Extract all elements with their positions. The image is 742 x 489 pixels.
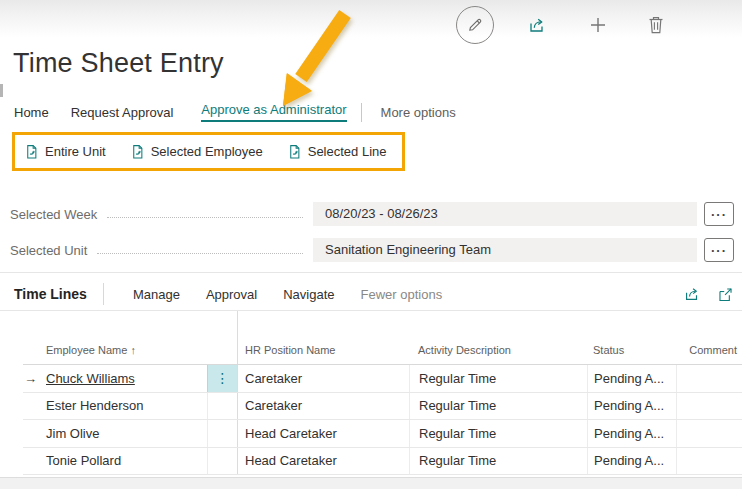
selected-week-label: Selected Week bbox=[10, 207, 97, 222]
status-cell[interactable]: Pending A... bbox=[587, 393, 676, 420]
row-menu-cell bbox=[207, 448, 237, 475]
bottom-scrollbar-track bbox=[0, 477, 742, 489]
column-header-employee-name[interactable]: Employee Name ↑ bbox=[40, 344, 237, 356]
selected-week-input[interactable]: 08/20/23 - 08/26/23 bbox=[313, 202, 697, 226]
section-divider bbox=[0, 310, 742, 311]
tab-more-options[interactable]: More options bbox=[381, 105, 456, 120]
activity-cell[interactable]: Regular Time bbox=[409, 420, 587, 447]
share-list-icon[interactable] bbox=[683, 285, 701, 303]
employee-name-link[interactable]: Chuck Williams bbox=[46, 371, 135, 386]
document-approve-icon bbox=[130, 144, 145, 160]
selected-unit-input[interactable]: Sanitation Engineering Team bbox=[313, 238, 697, 262]
status-cell[interactable]: Pending A... bbox=[587, 448, 676, 475]
selected-week-field-row: Selected Week 08/20/23 - 08/26/23 ··· bbox=[10, 202, 737, 226]
employee-name-cell[interactable]: Jim Olive bbox=[40, 420, 207, 447]
approve-selected-employee-label: Selected Employee bbox=[151, 144, 263, 159]
status-cell[interactable]: Pending A... bbox=[587, 365, 676, 392]
edit-button[interactable] bbox=[456, 6, 494, 44]
row-selector-cell bbox=[23, 420, 40, 447]
sort-ascending-icon: ↑ bbox=[130, 344, 136, 356]
menu-manage[interactable]: Manage bbox=[133, 287, 180, 302]
screen-edge-artifact bbox=[0, 84, 3, 97]
approve-actions-highlight-box: Entire Unit Selected Employee Selected L… bbox=[12, 132, 405, 171]
approve-selected-line-button[interactable]: Selected Line bbox=[287, 144, 387, 160]
tab-approve-as-administrator[interactable]: Approve as Administrator bbox=[201, 102, 346, 122]
section-divider bbox=[0, 272, 742, 273]
row-menu-cell bbox=[207, 420, 237, 447]
approve-selected-line-label: Selected Line bbox=[308, 144, 387, 159]
plus-icon bbox=[588, 15, 608, 35]
pencil-icon bbox=[465, 15, 485, 35]
share-icon bbox=[527, 15, 547, 35]
tab-divider bbox=[361, 103, 362, 122]
approve-entire-unit-button[interactable]: Entire Unit bbox=[24, 144, 106, 160]
activity-cell[interactable]: Regular Time bbox=[409, 365, 587, 392]
row-context-menu-button[interactable]: ⋮ bbox=[207, 365, 237, 392]
row-menu-cell bbox=[207, 393, 237, 420]
menu-fewer-options[interactable]: Fewer options bbox=[361, 287, 443, 302]
column-header-hr-position-name[interactable]: HR Position Name bbox=[237, 344, 409, 356]
activity-cell[interactable]: Regular Time bbox=[409, 448, 587, 475]
selected-unit-lookup-button[interactable]: ··· bbox=[704, 238, 734, 262]
row-selector-cell bbox=[23, 393, 40, 420]
employee-name-cell[interactable]: Ester Henderson bbox=[40, 393, 207, 420]
dotted-leader bbox=[97, 253, 303, 254]
page-title: Time Sheet Entry bbox=[13, 48, 224, 79]
approve-entire-unit-label: Entire Unit bbox=[45, 144, 106, 159]
selected-unit-label: Selected Unit bbox=[10, 243, 87, 258]
table-row-selected[interactable]: → Chuck Williams ⋮ Caretaker Regular Tim… bbox=[23, 365, 742, 393]
toolbar-divider bbox=[103, 283, 104, 305]
comment-cell[interactable] bbox=[676, 420, 742, 447]
dotted-leader bbox=[107, 217, 303, 218]
add-button[interactable] bbox=[587, 14, 609, 36]
document-approve-icon bbox=[24, 144, 39, 160]
row-selector-cell bbox=[23, 448, 40, 475]
selected-unit-field-row: Selected Unit Sanitation Engineering Tea… bbox=[10, 238, 737, 262]
table-row[interactable]: Ester Henderson Caretaker Regular Time P… bbox=[23, 393, 742, 421]
action-tab-bar: Home Request Approval Approve as Adminis… bbox=[14, 100, 456, 124]
column-header-status[interactable]: Status bbox=[587, 344, 676, 356]
share-button[interactable] bbox=[526, 14, 548, 36]
time-lines-toolbar: Time Lines Manage Approval Navigate Fewe… bbox=[14, 279, 734, 309]
comment-cell[interactable] bbox=[676, 448, 742, 475]
delete-button[interactable] bbox=[645, 13, 667, 37]
column-header-activity-description[interactable]: Activity Description bbox=[409, 344, 587, 356]
comment-cell[interactable] bbox=[676, 365, 742, 392]
table-header-row: Employee Name ↑ HR Position Name Activit… bbox=[23, 335, 742, 365]
comment-cell[interactable] bbox=[676, 393, 742, 420]
selected-week-lookup-button[interactable]: ··· bbox=[704, 202, 734, 226]
hr-position-cell[interactable]: Caretaker bbox=[237, 365, 409, 392]
hr-position-cell[interactable]: Caretaker bbox=[237, 393, 409, 420]
hr-position-cell[interactable]: Head Caretaker bbox=[237, 420, 409, 447]
employee-name-cell[interactable]: Tonie Pollard bbox=[40, 448, 207, 475]
table-row[interactable]: Tonie Pollard Head Caretaker Regular Tim… bbox=[23, 448, 742, 476]
tab-request-approval[interactable]: Request Approval bbox=[71, 105, 174, 120]
active-row-indicator-icon: → bbox=[23, 365, 40, 392]
table-row[interactable]: Jim Olive Head Caretaker Regular Time Pe… bbox=[23, 420, 742, 448]
time-lines-section-title: Time Lines bbox=[14, 286, 87, 302]
hr-position-cell[interactable]: Head Caretaker bbox=[237, 448, 409, 475]
status-cell[interactable]: Pending A... bbox=[587, 420, 676, 447]
column-header-comment[interactable]: Comment bbox=[676, 344, 742, 356]
menu-approval[interactable]: Approval bbox=[206, 287, 257, 302]
header-gradient bbox=[0, 0, 742, 38]
time-sheet-entry-page: Time Sheet Entry Home Request Approval A… bbox=[0, 0, 742, 489]
time-lines-table: → Chuck Williams ⋮ Caretaker Regular Tim… bbox=[23, 365, 742, 475]
activity-cell[interactable]: Regular Time bbox=[409, 393, 587, 420]
trash-icon bbox=[646, 14, 666, 36]
menu-navigate[interactable]: Navigate bbox=[283, 287, 334, 302]
open-in-new-window-icon[interactable] bbox=[717, 286, 734, 303]
document-approve-icon bbox=[287, 144, 302, 160]
approve-selected-employee-button[interactable]: Selected Employee bbox=[130, 144, 263, 160]
tab-home[interactable]: Home bbox=[14, 105, 49, 120]
